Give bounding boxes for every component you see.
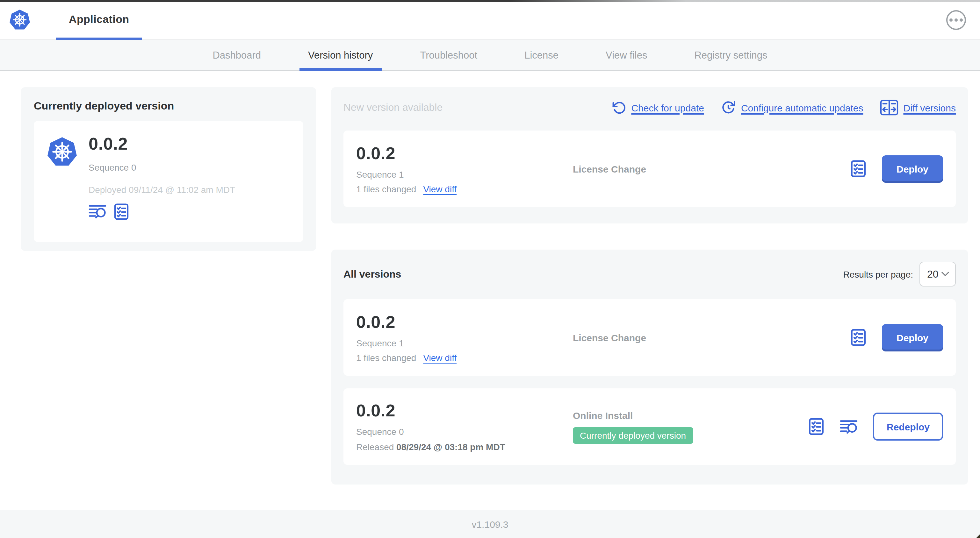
view-logs-button[interactable] <box>89 203 107 220</box>
configure-automatic-updates-label: Configure automatic updates <box>741 102 863 113</box>
all-versions-panel: All versions Results per page: 20 0.0.2 … <box>331 249 968 484</box>
main-content: Currently deployed version 0.0.2 Sequenc… <box>0 71 980 510</box>
version-row: 0.0.2 Sequence 1 1 files changed View di… <box>344 299 956 376</box>
deployed-timestamp: Deployed 09/11/24 @ 11:02 am MDT <box>89 185 235 195</box>
version-number: 0.0.2 <box>356 401 573 421</box>
chevron-down-icon <box>941 271 950 277</box>
deployed-version-number: 0.0.2 <box>89 134 235 154</box>
version-source-label: Online Install <box>573 410 808 421</box>
files-changed-text: 1 files changed <box>356 352 416 363</box>
new-version-panel: New version available Check for update C… <box>331 87 968 224</box>
version-source-label: License Change <box>573 332 850 343</box>
ellipsis-icon <box>950 18 963 21</box>
view-config-button[interactable] <box>113 203 130 220</box>
diff-columns-icon <box>880 99 898 116</box>
kubernetes-logo-icon <box>9 9 30 31</box>
tab-label: Troubleshoot <box>420 49 477 61</box>
diff-versions-link[interactable]: Diff versions <box>880 99 956 116</box>
tab-registry-settings[interactable]: Registry settings <box>685 40 776 70</box>
refresh-ccw-icon <box>611 100 626 115</box>
tab-dashboard[interactable]: Dashboard <box>204 40 270 70</box>
checklist-icon <box>113 203 130 220</box>
version-sequence: Sequence 1 <box>356 338 573 348</box>
new-version-card: 0.0.2 Sequence 1 1 files changed View di… <box>344 130 956 207</box>
tab-label: View files <box>606 49 647 61</box>
app-tab-label: Application <box>69 13 129 26</box>
results-per-page-value: 20 <box>927 268 939 280</box>
lines-magnifier-icon <box>840 418 859 435</box>
version-sequence: Sequence 0 <box>356 427 573 437</box>
version-number: 0.0.2 <box>356 144 573 163</box>
check-for-update-link[interactable]: Check for update <box>611 100 704 115</box>
checklist-icon <box>808 418 826 435</box>
view-logs-button[interactable] <box>840 418 859 435</box>
console-version: v1.109.3 <box>471 519 508 529</box>
clock-refresh-icon <box>721 100 736 115</box>
released-timestamp: Released 08/29/24 @ 03:18 pm MDT <box>356 442 573 452</box>
deploy-button[interactable]: Deploy <box>882 324 943 351</box>
view-config-button[interactable] <box>850 329 867 346</box>
view-config-button[interactable] <box>808 418 826 435</box>
tab-version-history[interactable]: Version history <box>299 40 382 70</box>
currently-deployed-heading: Currently deployed version <box>28 100 309 113</box>
version-row: 0.0.2 Sequence 0 Released 08/29/24 @ 03:… <box>344 388 956 465</box>
check-for-update-label: Check for update <box>631 102 704 113</box>
files-changed-text: 1 files changed <box>356 184 416 194</box>
released-prefix: Released <box>356 442 396 452</box>
tab-troubleshoot[interactable]: Troubleshoot <box>411 40 486 70</box>
checklist-icon <box>850 160 867 178</box>
view-diff-link[interactable]: View diff <box>423 184 457 194</box>
currently-deployed-badge: Currently deployed version <box>573 427 693 443</box>
section-tab-bar: Dashboard Version history Troubleshoot L… <box>0 40 980 71</box>
version-history-column: New version available Check for update C… <box>331 87 968 484</box>
version-source-label: License Change <box>573 163 850 174</box>
results-per-page-select[interactable]: 20 <box>920 262 956 287</box>
view-config-button[interactable] <box>850 160 867 178</box>
currently-deployed-panel: Currently deployed version 0.0.2 Sequenc… <box>21 87 316 251</box>
app-tab-active-underline <box>56 38 142 40</box>
deployed-sequence: Sequence 0 <box>89 162 235 173</box>
lines-magnifier-icon <box>89 203 107 220</box>
tab-view-files[interactable]: View files <box>597 40 656 70</box>
deploy-button[interactable]: Deploy <box>882 155 943 183</box>
deployed-version-card: 0.0.2 Sequence 0 Deployed 09/11/24 @ 11:… <box>34 121 303 242</box>
tab-label: Registry settings <box>694 49 767 61</box>
version-sequence: Sequence 1 <box>356 169 573 179</box>
app-footer: v1.109.3 <box>0 510 980 538</box>
active-tab-underline <box>299 68 382 71</box>
cursor-artifact <box>976 534 980 538</box>
app-tab[interactable]: Application <box>56 0 142 40</box>
app-window: Application Dashboard Version history Tr… <box>0 0 980 538</box>
new-version-heading: New version available <box>344 102 442 113</box>
configure-automatic-updates-link[interactable]: Configure automatic updates <box>721 100 863 115</box>
diff-versions-label: Diff versions <box>903 102 956 113</box>
released-date: 08/29/24 @ 03:18 pm MDT <box>396 442 505 452</box>
app-header: Application <box>0 0 980 40</box>
tab-label: Version history <box>308 49 373 61</box>
tab-label: License <box>524 49 558 61</box>
window-top-edge <box>0 0 980 2</box>
kubernetes-logo-icon <box>46 136 78 168</box>
more-menu-button[interactable] <box>946 10 966 30</box>
results-per-page-label: Results per page: <box>843 269 913 279</box>
redeploy-button[interactable]: Redeploy <box>873 413 943 441</box>
view-diff-link[interactable]: View diff <box>423 352 457 363</box>
all-versions-heading: All versions <box>344 268 401 280</box>
tab-license[interactable]: License <box>515 40 568 70</box>
checklist-icon <box>850 329 867 346</box>
tab-label: Dashboard <box>213 49 261 61</box>
version-number: 0.0.2 <box>356 312 573 332</box>
